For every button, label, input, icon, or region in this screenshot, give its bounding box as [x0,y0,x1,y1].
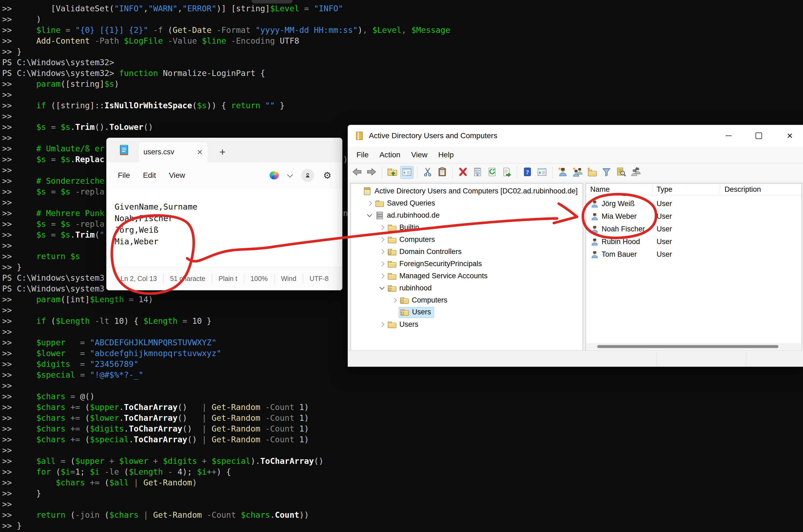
toolbar-refresh-button[interactable] [486,166,498,179]
gear-icon[interactable]: ⚙ [323,170,331,181]
aduc-menu-view[interactable]: View [406,148,433,162]
scrollbar-thumb[interactable] [597,345,779,348]
tree-expand-chevron[interactable] [377,247,386,256]
cut-icon [422,167,433,178]
chevron-down-icon[interactable] [287,172,293,177]
forward-icon [366,167,377,178]
notepad-status-bar: Ln 2, Col 1351 charactePlain t100%WindUT… [107,267,342,290]
aduc-close-button[interactable]: ✕ [781,128,798,144]
account-button[interactable] [301,169,314,182]
folder-icon [387,260,397,269]
aduc-menu-help[interactable]: Help [433,148,459,162]
terminal-line: >> $chars += ($lower.ToCharArray() | Get… [2,413,803,423]
new-group-icon [572,167,582,178]
tree-expand-chevron[interactable] [377,260,386,269]
tab-title: users.csv [143,148,197,156]
console-tree-pane: Active Directory Users and Computers [DC… [350,183,583,350]
aduc-menu-action[interactable]: Action [374,148,406,162]
notepad-text-area[interactable]: GivenName,SurnameNoah,FischerJörg,WeißMi… [107,189,342,267]
toolbar-tree-toggle-button[interactable] [400,166,413,179]
new-tab-button[interactable]: + [216,145,230,159]
user-row-tom-bauer[interactable]: Tom BauerUser [586,248,802,261]
toolbar-show-in-folder-button[interactable] [386,166,399,179]
tree-expand-chevron[interactable] [390,296,399,305]
tree-expand-chevron[interactable] [365,199,374,208]
tree-item-ad-rubinhood-de[interactable]: ad.rubinhood.de [365,209,439,222]
help-icon: ? [522,167,532,178]
ou-icon [387,247,397,256]
terminal-tab-fragment [252,0,293,3]
notepad-app-icon [119,144,129,156]
aduc-maximize-button[interactable] [750,128,767,144]
toolbar-delete-button[interactable] [457,166,470,179]
toolbar-console-window-button[interactable] [535,166,548,179]
cell-type: User [652,210,720,223]
chevron-down-icon [379,285,384,289]
tree-item-builtin[interactable]: Builtin [377,222,419,233]
tree-expand-chevron[interactable] [377,320,386,329]
window-title: Active Directory Users and Computers [369,131,497,140]
tree-item-managed-service-accounts[interactable]: Managed Service Accounts [377,270,488,282]
toolbar-forward-button[interactable] [365,166,378,179]
tree-item-rubinhood[interactable]: rubinhood [377,282,432,294]
toolbar-new-ou-button[interactable] [585,166,598,179]
tab-users-csv[interactable]: users.csv ✕ [138,142,208,162]
tree-item-domain-controllers[interactable]: Domain Controllers [377,246,462,258]
user-row-mia-weber[interactable]: Mia WeberUser [586,210,802,223]
notepad-menu-file[interactable]: File [111,168,136,182]
csv-line: Mia,Weber [115,236,342,247]
cell-type: User [652,223,720,235]
tree-expand-chevron[interactable] [377,235,386,244]
horizontal-scrollbar[interactable] [586,343,801,350]
notepad-menu-edit[interactable]: Edit [136,168,162,182]
aduc-minimize-button[interactable] [720,128,737,144]
tree-item-computers[interactable]: Computers [377,233,435,246]
column-header-type[interactable]: Type [652,184,720,195]
toolbar-export-list-button[interactable] [500,166,513,179]
toolbar-find-button[interactable] [615,166,627,179]
tree-expand-chevron [352,187,362,196]
terminal-line: >> [2,111,803,122]
terminal-line: >> ) [2,14,803,25]
tree-item-users[interactable]: Users [390,306,434,318]
tree-item-computers[interactable]: Computers [390,294,448,306]
notepad-menu-view[interactable]: View [162,168,191,182]
user-name: Tom Bauer [602,250,637,259]
tree-item-label: Computers [399,235,435,244]
toolbar-help-button[interactable]: ? [521,166,534,179]
column-header-description[interactable]: Description [720,184,802,195]
tree-expand-chevron[interactable] [377,223,386,232]
ou-icon [400,308,410,317]
user-row-noah-fischer[interactable]: Noah FischerUser [586,223,802,235]
tree-collapse-chevron[interactable] [365,211,374,220]
new-user-icon [558,167,568,178]
show-in-folder-icon [387,167,398,178]
toolbar-filter-button[interactable] [600,166,613,179]
tree-item-label: ForeignSecurityPrincipals [399,260,482,268]
tree-collapse-chevron[interactable] [377,284,386,293]
delete-icon [458,167,468,178]
toolbar-paste-button[interactable] [436,166,449,179]
toolbar-back-button[interactable] [350,166,364,179]
tab-close-icon[interactable]: ✕ [197,148,203,156]
tree-expand-chevron[interactable] [377,271,386,281]
tree-item-foreignsecurityprincipals[interactable]: ForeignSecurityPrincipals [377,258,482,270]
toolbar-properties-button[interactable] [471,166,484,179]
maximize-icon [755,133,762,139]
tree-item-active-directory-users-and-computers-dc02-ad-rubinhood-de-[interactable]: Active Directory Users and Computers [DC… [352,185,578,197]
toolbar-delegate-button[interactable] [629,166,642,179]
copilot-icon[interactable] [270,171,279,179]
terminal-line: PS C:\Windows\system32> function Normali… [2,68,803,79]
user-row-j-rg-wei-[interactable]: Jörg WeißUser [586,197,802,210]
toolbar-new-user-button[interactable] [556,166,569,179]
aduc-menu-file[interactable]: File [351,148,374,162]
cell-description [720,235,802,248]
tree-item-users[interactable]: Users [377,318,419,330]
user-row-rubin-hood[interactable]: Rubin HoodUser [586,235,802,248]
toolbar-new-group-button[interactable] [571,166,584,179]
toolbar-cut-button[interactable] [421,166,434,179]
terminal-line: >> for ($i=1; $i -le ($Length - 4); $i++… [2,467,803,477]
tree-item-saved-queries[interactable]: Saved Queries [365,197,435,209]
column-header-name[interactable]: Name [586,184,652,195]
chevron-right-icon [379,225,384,230]
